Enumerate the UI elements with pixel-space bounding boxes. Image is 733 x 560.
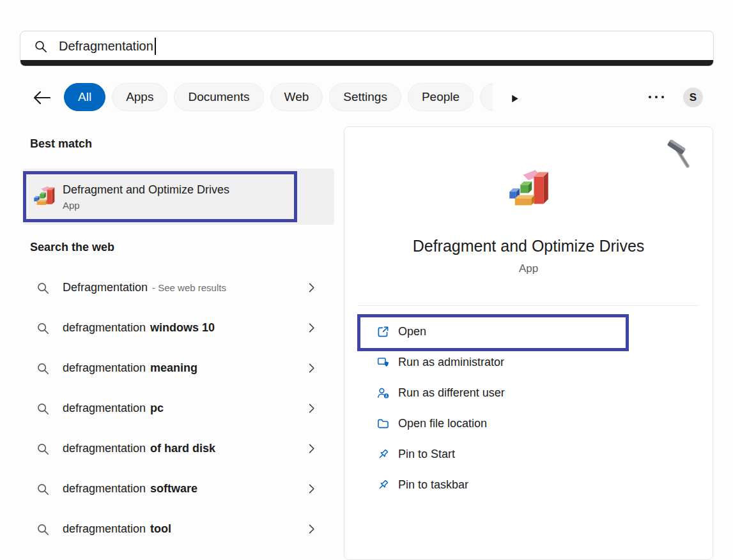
back-button[interactable] [32, 89, 54, 107]
action-label: Open [398, 325, 426, 338]
filter-tab-all[interactable]: All [64, 83, 105, 111]
defrag-app-icon [33, 185, 56, 208]
filter-tabs-strip: All Apps Documents Web Settings People F… [64, 83, 493, 112]
context-actions-list: Open Run as administrator Run as differe… [344, 316, 713, 500]
folder-icon [376, 417, 390, 430]
chevron-right-icon[interactable] [305, 523, 318, 535]
more-options-button[interactable] [647, 93, 667, 101]
suggestion-suffix: meaning [150, 361, 197, 374]
action-label: Run as different user [398, 386, 505, 400]
filter-tab-folders[interactable]: Folders [480, 83, 493, 111]
search-icon [36, 482, 50, 496]
action-open-file-location[interactable]: Open file location [344, 408, 713, 439]
suggestion-prefix: defragmentation [63, 482, 146, 495]
suggestion-prefix: defragmentation [63, 442, 146, 455]
web-suggestion-software[interactable]: defragmentationsoftware [23, 469, 334, 509]
search-icon [33, 39, 48, 54]
web-suggestion-tool[interactable]: defragmentationtool [23, 509, 334, 549]
chevron-right-icon[interactable] [305, 402, 318, 414]
filter-tab-settings[interactable]: Settings [329, 83, 401, 111]
web-suggestion-pc[interactable]: defragmentationpc [23, 388, 334, 428]
filter-tab-documents[interactable]: Documents [174, 83, 263, 111]
search-icon [36, 281, 50, 295]
pin-icon [376, 478, 390, 492]
chevron-right-icon[interactable] [305, 443, 318, 455]
different-user-icon [376, 386, 390, 400]
action-pin-to-taskbar[interactable]: Pin to taskbar [344, 469, 713, 500]
suggestion-prefix: Defragmentation [63, 281, 148, 294]
suggestion-prefix: defragmentation [63, 361, 146, 374]
admin-shield-icon [376, 356, 390, 369]
action-pin-to-start[interactable]: Pin to Start [344, 439, 713, 469]
chevron-right-icon[interactable] [305, 282, 318, 294]
suggestion-prefix: defragmentation [63, 522, 146, 535]
search-icon [36, 361, 50, 375]
open-external-icon [376, 325, 390, 338]
web-suggestions-list: Defragmentation- See web results defragm… [23, 268, 334, 549]
search-icon [36, 442, 50, 456]
chevron-right-icon[interactable] [305, 362, 318, 374]
defrag-app-icon-large [507, 168, 550, 211]
hammer-cursor-icon [666, 140, 697, 170]
search-icon [36, 402, 50, 416]
suggestion-prefix: defragmentation [63, 402, 146, 414]
search-icon [36, 522, 50, 536]
filter-tab-people[interactable]: People [408, 83, 474, 111]
action-label: Run as administrator [398, 356, 504, 369]
suggestion-suffix: pc [150, 402, 164, 414]
action-open[interactable]: Open [344, 316, 713, 347]
suggestion-suffix: software [150, 482, 197, 495]
search-focus-underline [20, 60, 713, 66]
suggestion-suffix: of hard disk [150, 442, 215, 455]
best-match-title: Defragment and Optimize Drives [63, 183, 229, 197]
preview-title: Defragment and Optimize Drives [344, 237, 713, 255]
best-match-item[interactable]: Defragment and Optimize Drives App [23, 169, 334, 225]
preview-pane: Defragment and Optimize Drives App Open … [344, 126, 713, 560]
chevron-right-icon[interactable] [305, 483, 318, 495]
best-match-subtitle: App [63, 200, 229, 211]
text-caret [155, 38, 156, 55]
best-match-header: Best match [30, 137, 92, 151]
divider [359, 305, 698, 306]
preview-subtitle: App [344, 262, 713, 275]
action-run-as-administrator[interactable]: Run as administrator [344, 347, 713, 377]
action-label: Open file location [398, 417, 487, 430]
search-bar[interactable]: Defragmentation [20, 31, 714, 66]
account-avatar[interactable]: S [683, 87, 703, 107]
filters-scroll-right-button[interactable] [509, 93, 522, 104]
filter-tab-apps[interactable]: Apps [112, 83, 167, 111]
action-run-as-different-user[interactable]: Run as different user [344, 377, 713, 408]
suggestion-suffix: windows 10 [150, 321, 215, 334]
search-icon [36, 321, 50, 335]
web-suggestion-windows-10[interactable]: defragmentationwindows 10 [23, 308, 334, 348]
pin-icon [376, 448, 390, 461]
chevron-right-icon[interactable] [305, 322, 318, 334]
suggestion-suffix: - See web results [152, 282, 226, 293]
filter-tab-web[interactable]: Web [270, 83, 323, 111]
web-suggestion-see-results[interactable]: Defragmentation- See web results [23, 268, 334, 308]
action-label: Pin to Start [398, 448, 455, 461]
action-label: Pin to taskbar [398, 478, 468, 492]
suggestion-suffix: tool [150, 522, 171, 535]
web-suggestion-of-hard-disk[interactable]: defragmentationof hard disk [23, 428, 334, 469]
search-the-web-header: Search the web [30, 241, 114, 254]
web-suggestion-meaning[interactable]: defragmentationmeaning [23, 348, 334, 388]
search-input[interactable]: Defragmentation [59, 39, 153, 54]
suggestion-prefix: defragmentation [63, 321, 146, 334]
